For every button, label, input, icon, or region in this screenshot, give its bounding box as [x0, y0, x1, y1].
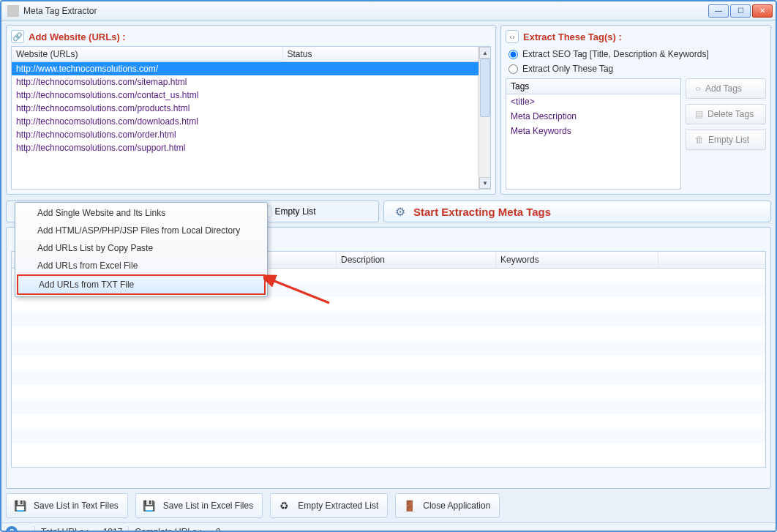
col-status[interactable]: Status	[282, 47, 478, 62]
radio-seo-tag[interactable]: Extract SEO Tag [Title, Description & Ke…	[508, 49, 766, 59]
col-description[interactable]: Description	[337, 252, 496, 268]
save-excel-icon: 💾	[141, 498, 157, 514]
empty-label: Empty List	[275, 206, 316, 217]
delete-tags-label: Delete Tags	[707, 109, 754, 119]
save-excel-button[interactable]: 💾 Save List in Excel Files	[135, 493, 263, 518]
scroll-up-icon[interactable]: ▲	[479, 47, 491, 59]
add-tags-label: Add Tags	[705, 83, 742, 94]
empty-list-label: Empty List	[708, 135, 749, 145]
add-urls-dropdown: Add Single Website and Its Links Add HTM…	[15, 202, 268, 297]
dd-add-copy-paste[interactable]: Add URLs List by Copy Paste	[17, 239, 266, 257]
tags-header: Tags	[506, 79, 680, 94]
start-label: Start Extracting Meta Tags	[413, 206, 551, 218]
save-text-button[interactable]: 💾 Save List in Text Files	[6, 493, 128, 518]
maximize-button[interactable]: ☐	[730, 4, 751, 18]
add-tags-button[interactable]: ‹›Add Tags	[686, 78, 766, 99]
dd-add-html-files[interactable]: Add HTML/ASP/PHP/JSP Files from Local Di…	[17, 222, 266, 239]
app-icon	[7, 5, 19, 17]
col-website[interactable]: Website (URLs)	[12, 47, 282, 62]
add-website-title: Add Website (URLs) :	[29, 31, 126, 42]
table-row[interactable]: http://technocomsolutions.com/contact_us…	[12, 89, 478, 102]
save-text-icon: 💾	[12, 498, 28, 514]
complete-urls-value: 0	[216, 527, 221, 533]
window-title: Meta Tag Extractor	[23, 6, 708, 16]
total-urls-value: 1017	[103, 527, 123, 533]
close-application-button[interactable]: 🚪 Close Application	[395, 493, 500, 518]
list-item[interactable]: Meta Description	[506, 109, 680, 124]
total-urls-label: Total URLs :	[41, 527, 89, 533]
extract-tags-panel: ‹› Extract These Tag(s) : Extract SEO Ta…	[500, 25, 771, 195]
empty-list-button[interactable]: 🗑Empty List	[686, 130, 766, 150]
extract-tags-title: Extract These Tag(s) :	[523, 31, 622, 42]
dd-add-single-website[interactable]: Add Single Website and Its Links	[17, 204, 266, 222]
help-icon[interactable]: ?	[6, 526, 18, 533]
empty-extracted-label: Empty Extracted List	[298, 501, 378, 511]
dd-add-from-excel[interactable]: Add URLs from Excel File	[17, 257, 266, 274]
delete-tags-button[interactable]: ▤Delete Tags	[686, 104, 766, 124]
radio-seo-input[interactable]	[508, 50, 518, 59]
results-body[interactable]	[12, 269, 765, 467]
radio-seo-label: Extract SEO Tag [Title, Description & Ke…	[522, 49, 709, 59]
scroll-down-icon[interactable]: ▼	[479, 177, 491, 189]
trash-icon: 🗑	[695, 135, 704, 145]
code-icon: ‹›	[506, 30, 519, 43]
recycle-icon: ♻	[276, 498, 292, 514]
table-row[interactable]: http://technocomsolutions.com/downloads.…	[12, 115, 478, 128]
dd-add-from-txt[interactable]: Add URLs from TXT File	[17, 274, 266, 295]
exit-icon: 🚪	[401, 498, 417, 514]
radio-only-label: Extract Only These Tag	[522, 64, 613, 74]
close-button[interactable]: ✕	[752, 4, 773, 18]
close-app-label: Close Application	[423, 501, 490, 511]
titlebar: Meta Tag Extractor — ☐ ✕	[1, 1, 776, 20]
save-excel-label: Save List in Excel Files	[163, 501, 253, 511]
tags-list[interactable]: Tags <title> Meta Description Meta Keywo…	[506, 78, 681, 190]
gear-icon: ⚙	[393, 204, 408, 219]
table-row[interactable]: http://technocomsolutions.com/order.html	[12, 128, 478, 141]
col-keywords[interactable]: Keywords	[496, 252, 658, 268]
chevron-down-icon[interactable]: ▼	[23, 529, 29, 532]
table-row[interactable]: http://technocomsolutions.com/support.ht…	[12, 141, 478, 154]
add-website-panel: 🔗 Add Website (URLs) : Website (URLs) St…	[6, 25, 496, 195]
status-bar: ? ▼ Total URLs : 1017 Complete URLs : 0	[1, 522, 776, 532]
list-item[interactable]: Meta Keywords	[506, 124, 680, 138]
radio-only-input[interactable]	[508, 64, 518, 74]
save-text-label: Save List in Text Files	[34, 501, 119, 511]
url-table[interactable]: Website (URLs) Status http://www.technoc…	[11, 46, 491, 190]
scroll-thumb[interactable]	[480, 59, 490, 117]
table-row[interactable]: http://www.technocomsolutions.com/	[12, 62, 478, 76]
start-extracting-button[interactable]: ⚙ Start Extracting Meta Tags	[383, 201, 771, 222]
delete-icon: ▤	[695, 109, 703, 119]
table-row[interactable]: http://technocomsolutions.com/products.h…	[12, 102, 478, 115]
minimize-button[interactable]: —	[708, 4, 729, 18]
scrollbar[interactable]: ▲ ▼	[478, 47, 490, 189]
empty-extracted-button[interactable]: ♻ Empty Extracted List	[270, 493, 388, 518]
list-item[interactable]: <title>	[506, 94, 680, 109]
link-icon: 🔗	[11, 30, 24, 43]
table-row[interactable]: http://technocomsolutions.com/sitemap.ht…	[12, 75, 478, 89]
radio-only-these[interactable]: Extract Only These Tag	[508, 64, 766, 74]
complete-urls-label: Complete URLs :	[135, 527, 201, 533]
code-icon: ‹›	[695, 83, 701, 94]
